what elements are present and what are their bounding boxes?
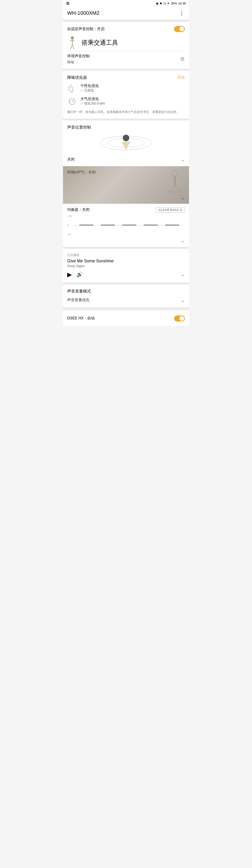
settings-icon[interactable]: ⚙ bbox=[180, 56, 185, 62]
dsee-section: DSEE HX：自动 bbox=[63, 311, 189, 326]
sq-dropdown-row[interactable]: 声音质量优先 ⌄ bbox=[67, 297, 185, 303]
head-figure bbox=[120, 135, 132, 151]
svg-line-3 bbox=[70, 45, 72, 49]
optimizer-personal-status: 已优化 bbox=[84, 88, 94, 93]
volume-icon[interactable]: 🔊 bbox=[76, 272, 83, 278]
np-title: Give Me Some Sunshine bbox=[67, 259, 185, 264]
svg-point-7 bbox=[72, 101, 73, 102]
np-controls: ▶ 🔊 ⌄ bbox=[67, 271, 185, 278]
adaptive-sound-section: 自适应声音控制：开启 搭乘交通工具 环境声音控制 降噪 ⚙ bbox=[63, 22, 189, 69]
more-vert-icon[interactable]: ⋮ bbox=[179, 10, 185, 17]
sq-title: 声音质量模式 bbox=[67, 288, 185, 294]
sound-position-section: 声音位置控制 关闭 ⌄ bbox=[63, 120, 189, 166]
location-icon: ◉ bbox=[156, 2, 158, 5]
now-playing-section: 正在播放 Give Me Some Sunshine Suraj Jagan ▶… bbox=[63, 249, 189, 282]
vpt-section: 环绕(VPT)：关闭 ⌄ bbox=[63, 166, 189, 204]
adaptive-row: 自适应声音控制：开启 bbox=[67, 26, 185, 32]
eq-y-labels: +10 0 -10 bbox=[67, 215, 72, 236]
divider-4 bbox=[63, 247, 189, 249]
status-left: 🖼 bbox=[66, 2, 69, 5]
body-shape bbox=[122, 142, 130, 150]
image-icon: 🖼 bbox=[66, 2, 69, 5]
bluetooth-icon: ✱ bbox=[159, 2, 162, 5]
sound-position-value: 关闭 bbox=[67, 157, 75, 162]
transport-label: 搭乘交通工具 bbox=[82, 39, 118, 47]
optimizer-note: 像往常一样，首先戴上耳机。如果佩戴条件和大气压发生变化，请重新执行此过程。 bbox=[67, 110, 185, 114]
eq-header: 均衡器：关闭 CLEAR BASS 0 bbox=[67, 207, 185, 213]
optimizer-atm-status: 优化为0.9 atm bbox=[84, 101, 105, 106]
svg-line-11 bbox=[175, 185, 182, 192]
optimizer-title: 降噪优化器 bbox=[67, 75, 87, 80]
divider-2 bbox=[63, 69, 189, 71]
divider-5 bbox=[63, 282, 189, 284]
optimizer-atm-sub: ✓ 优化为0.9 atm bbox=[80, 101, 105, 106]
clear-bass-badge: CLEAR BASS 0 bbox=[156, 207, 185, 213]
adaptive-label: 自适应声音控制：开启 bbox=[67, 27, 105, 32]
chevron-down-icon-5: ⌄ bbox=[181, 297, 185, 303]
head-visual bbox=[67, 130, 185, 153]
clear-bass-value: 0 bbox=[180, 208, 182, 212]
head-circle bbox=[123, 135, 129, 141]
time-text: 16:38 bbox=[178, 2, 186, 5]
ear-icon bbox=[67, 84, 77, 93]
vpt-label: 环绕(VPT)：关闭 bbox=[67, 170, 96, 175]
eq-y-top: +10 bbox=[67, 215, 72, 217]
vpt-image: 环绕(VPT)：关闭 ⌄ bbox=[63, 166, 189, 204]
eq-y-mid: 0 bbox=[67, 224, 72, 226]
optimizer-header: 降噪优化器 开始 bbox=[67, 75, 185, 80]
transport-row: 搭乘交通工具 bbox=[67, 32, 185, 51]
divider-3 bbox=[63, 119, 189, 120]
divider-1 bbox=[63, 20, 189, 22]
svg-line-10 bbox=[168, 185, 175, 192]
divider-6 bbox=[63, 308, 189, 309]
eq-chart: +10 0 -10 bbox=[67, 215, 185, 236]
dsee-toggle[interactable] bbox=[174, 315, 185, 321]
optimizer-item-atm: 大气压优化 ✓ 优化为0.9 atm bbox=[67, 97, 185, 106]
adaptive-toggle[interactable] bbox=[174, 26, 185, 32]
status-bar: 🖼 ◉ ✱ ◷ ✈ 35% 16:38 bbox=[63, 0, 189, 6]
noise-control-row: 环境声音控制 降噪 ⚙ bbox=[67, 51, 185, 65]
optimizer-atm-text: 大气压优化 ✓ 优化为0.9 atm bbox=[80, 97, 105, 106]
clear-bass-label: CLEAR BASS bbox=[159, 208, 179, 212]
check-icon-2: ✓ bbox=[80, 102, 83, 105]
svg-rect-9 bbox=[174, 176, 176, 185]
np-artist: Suraj Jagan bbox=[67, 264, 185, 268]
eq-band-5 bbox=[165, 225, 179, 225]
np-header: 正在播放 bbox=[67, 253, 185, 257]
chevron-down-icon-3: ⌄ bbox=[181, 238, 185, 244]
sq-value: 声音质量优先 bbox=[67, 298, 89, 303]
noise-control-info: 环境声音控制 降噪 bbox=[67, 54, 89, 65]
chevron-down-icon-2[interactable]: ⌄ bbox=[181, 195, 185, 201]
equalizer-section: 均衡器：关闭 CLEAR BASS 0 +10 0 -10 ⌄ bbox=[63, 204, 189, 247]
np-left-controls: ▶ 🔊 bbox=[67, 271, 83, 278]
chevron-down-icon-1: ⌄ bbox=[181, 157, 185, 163]
eq-band-4 bbox=[144, 225, 158, 225]
eq-band-3 bbox=[122, 225, 136, 225]
noise-control-title: 环境声音控制 bbox=[67, 54, 89, 59]
noise-optimizer-section: 降噪优化器 开始 个性化优化 ✓ 已优化 大气压优化 bbox=[63, 71, 189, 119]
svg-point-8 bbox=[172, 170, 178, 176]
optimizer-item-personal: 个性化优化 ✓ 已优化 bbox=[67, 84, 185, 93]
noise-control-value: 降噪 bbox=[67, 60, 89, 65]
svg-line-4 bbox=[72, 45, 74, 49]
sound-position-title: 声音位置控制 bbox=[67, 125, 185, 130]
gauge-icon bbox=[67, 97, 77, 106]
svg-point-0 bbox=[71, 36, 74, 39]
play-icon[interactable]: ▶ bbox=[67, 271, 72, 278]
battery-text: 35% bbox=[171, 2, 177, 5]
person-icon bbox=[67, 35, 77, 50]
optimizer-personal-text: 个性化优化 ✓ 已优化 bbox=[80, 84, 99, 93]
chevron-down-icon-4[interactable]: ⌄ bbox=[181, 272, 185, 278]
optimizer-start-button[interactable]: 开始 bbox=[177, 75, 185, 80]
eq-band-1 bbox=[79, 225, 93, 225]
optimizer-personal-title: 个性化优化 bbox=[80, 84, 99, 88]
airplane-icon: ✈ bbox=[167, 2, 170, 5]
dsee-row: DSEE HX：自动 bbox=[67, 315, 185, 321]
optimizer-personal-sub: ✓ 已优化 bbox=[80, 88, 99, 93]
alarm-icon: ◷ bbox=[163, 2, 166, 5]
eq-band-2 bbox=[101, 225, 115, 225]
app-bar: WH-1000XM2 ⋮ bbox=[63, 6, 189, 20]
eq-chevron-row[interactable]: ⌄ bbox=[67, 238, 185, 244]
dsee-label: DSEE HX：自动 bbox=[67, 316, 95, 321]
sound-position-dropdown[interactable]: 关闭 ⌄ bbox=[67, 153, 185, 166]
